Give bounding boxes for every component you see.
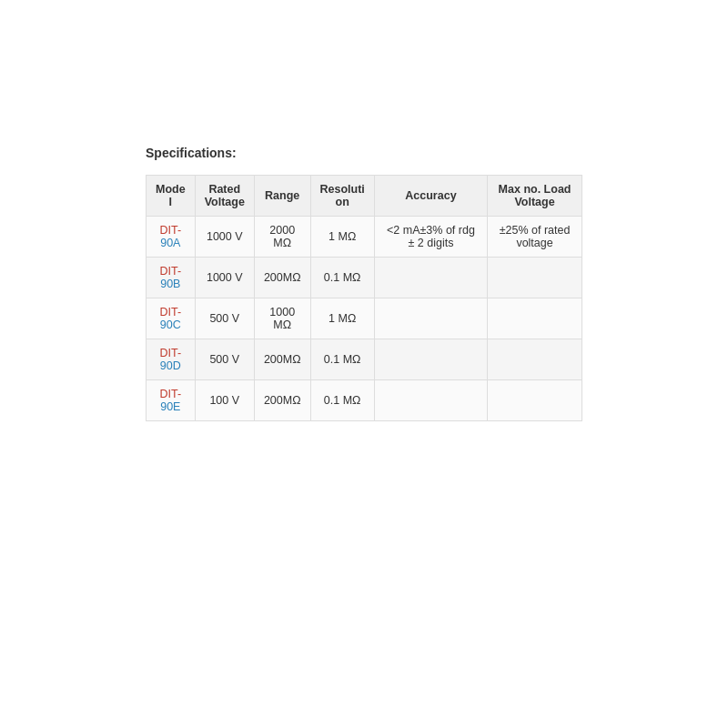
specs-section: Specifications: ModeI RatedVoltage Range… [146,146,582,421]
cell-accuracy [374,339,487,380]
specs-title: Specifications: [146,146,582,160]
cell-resolution: 0.1 MΩ [310,258,374,298]
cell-accuracy [374,380,487,421]
cell-resolution: 0.1 MΩ [310,339,374,380]
table-row: DIT-90C500 V1000MΩ1 MΩ [147,298,582,339]
cell-accuracy: <2 mA±3% of rdg ± 2 digits [374,217,487,258]
cell-rated-voltage: 500 V [195,298,254,339]
specs-table: ModeI RatedVoltage Range Resolution Accu… [146,175,582,421]
cell-accuracy [374,258,487,298]
cell-max-load-voltage [488,298,582,339]
page-container: Specifications: ModeI RatedVoltage Range… [0,0,728,728]
cell-resolution: 1 MΩ [310,298,374,339]
cell-max-load-voltage [488,380,582,421]
cell-range: 2000 MΩ [254,217,310,258]
cell-mode: DIT-90B [147,258,196,298]
cell-range: 200MΩ [254,258,310,298]
table-body: DIT-90A1000 V2000 MΩ1 MΩ<2 mA±3% of rdg … [147,217,582,421]
header-mode: ModeI [147,176,196,217]
cell-max-load-voltage: ±25% of rated voltage [488,217,582,258]
header-rated-voltage: RatedVoltage [195,176,254,217]
cell-rated-voltage: 1000 V [195,217,254,258]
cell-max-load-voltage [488,258,582,298]
table-row: DIT-90B1000 V200MΩ0.1 MΩ [147,258,582,298]
cell-rated-voltage: 100 V [195,380,254,421]
table-row: DIT-90A1000 V2000 MΩ1 MΩ<2 mA±3% of rdg … [147,217,582,258]
cell-max-load-voltage [488,339,582,380]
table-header-row: ModeI RatedVoltage Range Resolution Accu… [147,176,582,217]
table-row: DIT-90E100 V200MΩ0.1 MΩ [147,380,582,421]
header-range: Range [254,176,310,217]
header-max-load-voltage: Max no. LoadVoltage [488,176,582,217]
cell-mode: DIT-90C [147,298,196,339]
cell-mode: DIT-90A [147,217,196,258]
cell-range: 200MΩ [254,380,310,421]
cell-rated-voltage: 500 V [195,339,254,380]
cell-resolution: 1 MΩ [310,217,374,258]
cell-mode: DIT-90D [147,339,196,380]
header-resolution: Resolution [310,176,374,217]
cell-accuracy [374,298,487,339]
cell-range: 1000MΩ [254,298,310,339]
cell-rated-voltage: 1000 V [195,258,254,298]
cell-mode: DIT-90E [147,380,196,421]
table-row: DIT-90D500 V200MΩ0.1 MΩ [147,339,582,380]
cell-range: 200MΩ [254,339,310,380]
header-accuracy: Accuracy [374,176,487,217]
cell-resolution: 0.1 MΩ [310,380,374,421]
